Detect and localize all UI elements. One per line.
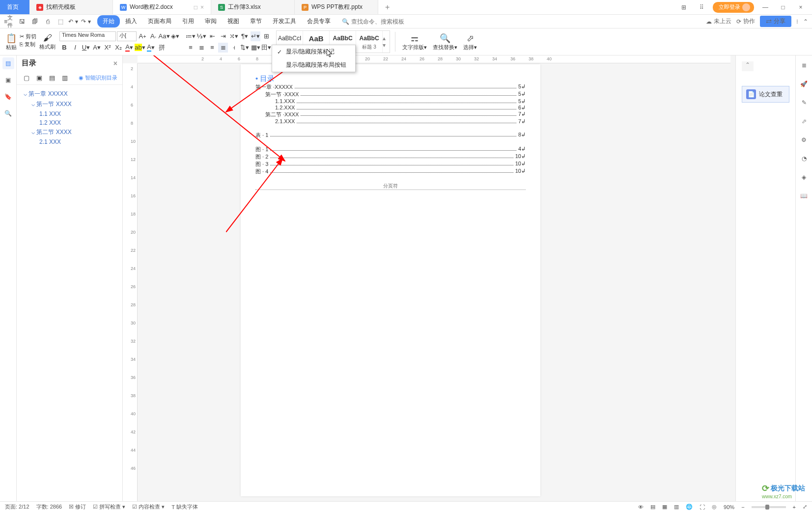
bold-button[interactable]: B <box>59 43 69 53</box>
superscript[interactable]: X² <box>103 43 112 53</box>
undo-icon[interactable]: ↶ ▾ <box>68 16 79 27</box>
align-left[interactable]: ≡ <box>186 43 196 53</box>
cut-button[interactable]: ✂ 剪切 <box>20 33 36 40</box>
outline-tool3[interactable]: ▤ <box>47 73 57 82</box>
view-page[interactable]: ▤ <box>650 504 655 510</box>
toggle-layout-button[interactable]: 显示/隐藏段落布局按钮 <box>272 58 355 72</box>
font-color[interactable]: A▾ <box>124 43 134 53</box>
format-painter[interactable]: 🖌格式刷 <box>37 33 57 51</box>
status-page[interactable]: 页面: 2/12 <box>5 503 29 511</box>
copy-button[interactable]: ⎘ 复制 <box>20 41 36 48</box>
status-content[interactable]: ☑ 内容检查 ▾ <box>132 503 165 511</box>
tab-ppt-doc[interactable]: P WPS PPT教程.pptx <box>295 0 378 14</box>
tab-templates[interactable]: ◈ 找稻壳模板 <box>29 0 113 14</box>
outline-tool2[interactable]: ▣ <box>34 73 44 82</box>
rrail-diamond-icon[interactable]: ◈ <box>798 171 810 183</box>
rrail-pen-icon[interactable]: ✎ <box>798 97 810 108</box>
menu-insert[interactable]: 插入 <box>120 15 142 27</box>
find-replace[interactable]: 🔍查找替换▾ <box>431 28 459 55</box>
smart-toc[interactable]: ◉智能识别目录 <box>79 74 117 81</box>
font-color2[interactable]: A▾ <box>146 43 156 53</box>
paste-button[interactable]: 📋粘贴 <box>4 33 19 51</box>
rrail-book-icon[interactable]: 📖 <box>798 190 810 202</box>
status-words[interactable]: 字数: 2866 <box>36 503 62 511</box>
zoom-level[interactable]: 90% <box>724 504 734 510</box>
search-input[interactable] <box>351 18 410 25</box>
tab-home[interactable]: 首页 <box>0 0 29 14</box>
outline-item[interactable]: 2.1 XXX <box>22 137 117 146</box>
align-center[interactable]: ≣ <box>196 43 206 53</box>
numbering[interactable]: ⅓▾ <box>196 31 206 41</box>
rrail-settings-icon[interactable]: ⚙ <box>798 134 810 146</box>
menu-devtools[interactable]: 开发工具 <box>267 15 302 27</box>
search-rail[interactable]: 🔍 <box>2 108 14 119</box>
menu-section[interactable]: 章节 <box>245 15 267 27</box>
decrease-font[interactable]: A- <box>148 31 158 41</box>
zoom-in[interactable]: + <box>793 504 796 510</box>
cloud-status[interactable]: ☁未上云 <box>706 17 731 26</box>
strike-button[interactable]: A▾ <box>92 43 102 53</box>
menu-review[interactable]: 审阅 <box>199 15 222 27</box>
status-font[interactable]: T 缺失字体 <box>171 503 198 511</box>
shading[interactable]: ▦▾ <box>251 43 260 53</box>
fit-width[interactable]: ⛶ <box>700 504 705 510</box>
table-borders[interactable]: 田▾ <box>261 43 271 53</box>
status-eye-icon[interactable]: 👁 <box>638 504 644 510</box>
increase-font[interactable]: A+ <box>138 31 147 41</box>
tile-icon[interactable]: ⊞ <box>677 2 690 12</box>
line-spacing[interactable]: ⇅▾ <box>240 43 250 53</box>
outline-tool1[interactable]: ▢ <box>22 73 31 82</box>
thumbnails-rail[interactable]: ▣ <box>2 74 14 86</box>
outline-item[interactable]: ⌵ 第二节 XXXX <box>22 127 117 137</box>
tab-word-doc[interactable]: W Word教程2.docx □ × <box>113 0 211 14</box>
save-icon[interactable]: 🖫 <box>17 16 28 27</box>
status-spell[interactable]: ☑ 拼写检查 ▾ <box>93 503 125 511</box>
rrail-globe-icon[interactable]: ◔ <box>798 153 810 164</box>
bookmark-rail[interactable]: 🔖 <box>2 91 14 103</box>
select-tool[interactable]: ⬀选择▾ <box>461 28 479 55</box>
file-menu[interactable]: ≡ 文件 <box>4 16 15 27</box>
outline-close[interactable]: × <box>113 59 117 67</box>
close-button[interactable]: × <box>794 2 807 12</box>
collapse-ribbon[interactable]: ⌃ <box>803 18 808 25</box>
clear-format[interactable]: ◈▾ <box>170 31 180 41</box>
outline-item[interactable]: ⌵ 第一章 XXXXX <box>22 89 117 99</box>
saveas-icon[interactable]: 🗐 <box>29 16 40 27</box>
document-page[interactable]: • 目录 第一章 ·XXXXX5↲第一节 ·XXXX5↲1.1.XXX5↲1.2… <box>241 64 540 496</box>
minimize-button[interactable]: — <box>759 2 772 12</box>
show-marks[interactable]: ↵▾ <box>251 31 260 41</box>
fullscreen[interactable]: ⤢ <box>803 504 807 510</box>
rrail-select-icon[interactable]: ⬀ <box>798 115 810 127</box>
rrail-1[interactable]: ≣ <box>798 59 810 71</box>
status-track[interactable]: ☒ 修订 <box>69 503 86 511</box>
view-web[interactable]: ▥ <box>674 504 679 510</box>
align-justify[interactable]: ≣ <box>218 43 228 53</box>
outline-tool4[interactable]: ▥ <box>60 73 70 82</box>
subscript[interactable]: X₂ <box>113 43 123 53</box>
preview-icon[interactable]: ⬚ <box>55 16 66 27</box>
distribute[interactable]: ⫞ <box>229 43 239 53</box>
borders[interactable]: ⊞ <box>261 31 271 41</box>
outline-item[interactable]: ⌵ 第一节 XXXX <box>22 99 117 109</box>
underline-button[interactable]: U▾ <box>81 43 91 53</box>
italic-button[interactable]: I <box>70 43 80 53</box>
outline-rail[interactable]: ▤ <box>2 57 14 69</box>
text-layout[interactable]: ⚎文字排版▾ <box>400 28 429 55</box>
menu-layout[interactable]: 页面布局 <box>142 15 177 27</box>
paper-check-button[interactable]: 📄 论文查重 <box>742 86 789 103</box>
change-case[interactable]: Aa▾ <box>159 31 169 41</box>
collab-button[interactable]: ⟳协作 <box>736 17 755 26</box>
sort[interactable]: ⤭▾ <box>229 31 239 41</box>
panel-collapse[interactable]: ⌃ <box>742 61 754 71</box>
print-icon[interactable]: ⎙ <box>42 16 53 27</box>
style-h3[interactable]: AaBbC标题 3 <box>356 31 383 53</box>
zoom-out[interactable]: − <box>741 504 744 510</box>
redo-icon[interactable]: ↷ ▾ <box>81 16 91 27</box>
login-button[interactable]: 立即登录 <box>713 2 754 13</box>
share-button[interactable]: ⮂ 分享 <box>760 16 791 27</box>
maximize-button[interactable]: □ <box>777 2 789 12</box>
zoom-target[interactable]: ◎ <box>712 504 717 510</box>
command-search[interactable]: 🔍 <box>342 18 410 25</box>
outline-item[interactable]: 1.2 XXX <box>22 118 117 127</box>
highlight[interactable]: ab▾ <box>135 43 145 53</box>
